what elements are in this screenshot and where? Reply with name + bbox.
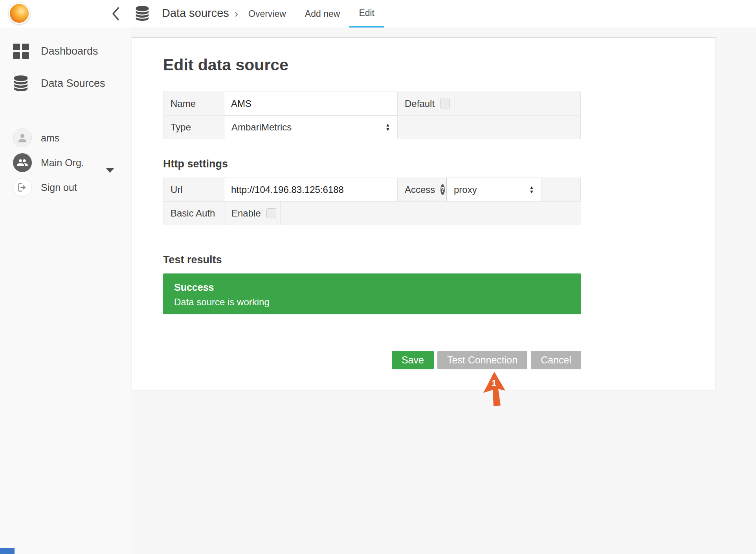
org-name: Main Org. bbox=[41, 157, 84, 169]
cancel-button[interactable]: Cancel bbox=[531, 351, 581, 369]
access-cell: Access ? bbox=[397, 178, 447, 202]
type-label: Type bbox=[163, 115, 224, 139]
http-settings-form: Url Access ? proxy ▲▼ Basic Auth Enable bbox=[163, 178, 581, 225]
annotation-number: 1 bbox=[492, 378, 496, 388]
select-arrows-icon: ▲▼ bbox=[529, 185, 534, 194]
url-field-cell bbox=[224, 178, 398, 202]
access-select-value: proxy bbox=[454, 184, 477, 195]
url-label: Url bbox=[163, 178, 224, 202]
sidebar-user[interactable]: ams bbox=[13, 128, 59, 147]
grafana-logo-icon[interactable] bbox=[9, 3, 30, 24]
sidebar: Dashboards Data Sources ams bbox=[0, 28, 131, 554]
access-help-icon[interactable]: ? bbox=[440, 184, 444, 195]
tab-overview[interactable]: Overview bbox=[239, 0, 295, 28]
sidebar-org-switcher[interactable]: Main Org. bbox=[13, 153, 84, 172]
row-filler bbox=[280, 201, 581, 225]
row-filler bbox=[397, 115, 581, 139]
bottom-left-artifact bbox=[0, 548, 15, 554]
http-settings-title: Http settings bbox=[163, 158, 228, 170]
name-field-cell bbox=[224, 92, 398, 116]
header-tabs: Overview Add new Edit bbox=[239, 0, 384, 28]
breadcrumb-separator: › bbox=[235, 8, 238, 20]
select-arrows-icon: ▲▼ bbox=[385, 123, 390, 132]
success-alert-message: Data source is working bbox=[174, 297, 570, 308]
tab-add-new[interactable]: Add new bbox=[295, 0, 350, 28]
database-icon bbox=[13, 75, 32, 92]
success-alert-status: Success bbox=[174, 282, 570, 293]
app-screen: Data sources › Overview Add new Edit Das… bbox=[0, 0, 756, 554]
default-label: Default bbox=[405, 98, 435, 109]
sign-out-label: Sign out bbox=[41, 182, 77, 193]
org-users-icon bbox=[13, 153, 32, 172]
sidebar-item-data-sources[interactable]: Data Sources bbox=[13, 74, 105, 93]
tab-edit[interactable]: Edit bbox=[349, 0, 384, 28]
type-select-value: AmbariMetrics bbox=[231, 122, 292, 133]
default-cell: Default bbox=[397, 92, 455, 116]
datasource-breadcrumb-icon bbox=[135, 5, 150, 22]
basic-auth-label: Basic Auth bbox=[163, 201, 224, 225]
default-checkbox[interactable] bbox=[440, 99, 450, 108]
name-label: Name bbox=[163, 92, 224, 116]
sidebar-item-label: Dashboards bbox=[41, 45, 98, 57]
datasource-basic-form: Name Default Type AmbariMetrics ▲▼ bbox=[163, 92, 581, 139]
page-title: Edit data source bbox=[163, 56, 288, 74]
sidebar-item-dashboards[interactable]: Dashboards bbox=[13, 42, 98, 61]
annotation-arrow-icon: 1 bbox=[481, 371, 508, 409]
test-connection-button[interactable]: Test Connection bbox=[437, 351, 527, 369]
basic-auth-enable-cell: Enable bbox=[224, 201, 281, 225]
name-input[interactable] bbox=[224, 92, 397, 115]
form-actions: Save Test Connection Cancel bbox=[163, 351, 581, 369]
org-caret-down-icon[interactable] bbox=[106, 168, 114, 173]
user-name: ams bbox=[41, 132, 59, 144]
back-chevron-icon[interactable] bbox=[111, 7, 120, 21]
access-label: Access bbox=[405, 184, 435, 195]
sign-out-icon bbox=[13, 178, 32, 197]
row-filler bbox=[455, 92, 581, 116]
test-results-title: Test results bbox=[163, 254, 222, 266]
dashboards-grid-icon bbox=[13, 44, 32, 59]
edit-datasource-panel: Edit data source Name Default Type Ambar… bbox=[132, 37, 716, 391]
url-input[interactable] bbox=[224, 178, 397, 201]
type-select[interactable]: AmbariMetrics ▲▼ bbox=[224, 115, 398, 139]
breadcrumb-title[interactable]: Data sources bbox=[162, 7, 229, 20]
save-button[interactable]: Save bbox=[392, 351, 434, 369]
user-avatar-icon bbox=[13, 128, 32, 147]
basic-auth-checkbox[interactable] bbox=[266, 208, 276, 218]
success-alert: Success Data source is working bbox=[163, 273, 581, 314]
sidebar-item-label: Data Sources bbox=[41, 77, 105, 90]
sidebar-sign-out[interactable]: Sign out bbox=[13, 178, 77, 197]
row-filler bbox=[541, 178, 581, 202]
top-header: Data sources › Overview Add new Edit bbox=[0, 0, 756, 28]
enable-label: Enable bbox=[231, 208, 261, 219]
access-select[interactable]: proxy ▲▼ bbox=[446, 178, 541, 202]
